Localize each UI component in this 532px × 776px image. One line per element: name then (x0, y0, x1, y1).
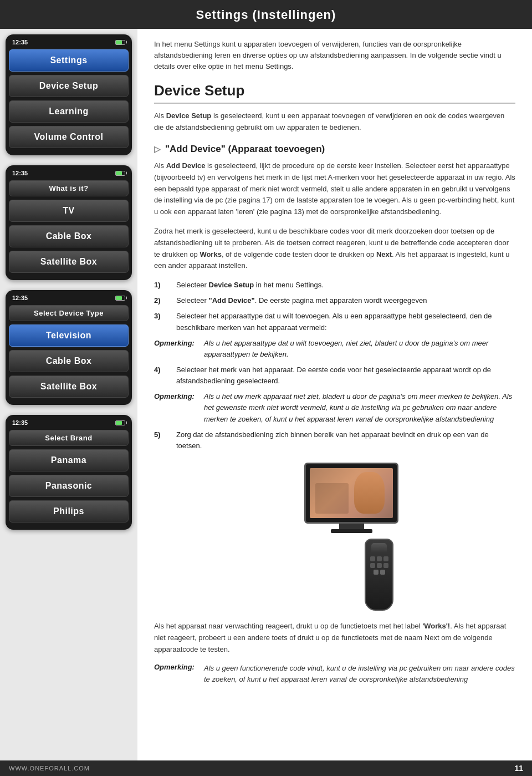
add-device-body1: Als Add Device is geselecteerd, lijkt de… (154, 160, 515, 218)
arrow-icon: ▷ (154, 144, 161, 154)
sidebar-item-device-setup[interactable]: Device Setup (9, 75, 129, 97)
steps-list: 1) Selecteer Device Setup in het menu Se… (154, 280, 515, 452)
step-3: 3) Selecteer het apparaattype dat u wilt… (154, 311, 515, 333)
status-bar-1: 12:35 (9, 39, 129, 48)
sidebar-item-cable-box-2[interactable]: Cable Box (9, 350, 129, 372)
tv-illustration (304, 463, 398, 533)
battery-icon-4 (115, 420, 125, 425)
step-3-num: 3) (154, 311, 171, 333)
page: Settings (Instellingen) 12:35 Settings D… (0, 0, 532, 776)
step-4-num: 4) (154, 364, 171, 387)
sidebar-label-select-device: Select Device Type (9, 305, 129, 321)
sidebar-label-select-brand: Select Brand (9, 430, 129, 446)
step-wor-label: Opmerking: (154, 338, 198, 349)
image-area (187, 463, 515, 611)
step-2: 2) Selecteer "Add Device". De eerste pag… (154, 295, 515, 306)
step-2-text: Selecteer "Add Device". De eerste pagina… (176, 295, 427, 306)
sidebar-item-philips[interactable]: Philips (9, 500, 129, 523)
step-3-note: Opmerking: Als u het apparaattype dat u … (154, 338, 515, 360)
step-5-num: 5) (154, 429, 171, 452)
conclusion-1: Als het apparaat naar verwachting reagee… (154, 621, 515, 655)
remote-illustration (365, 539, 393, 611)
sidebar-item-panasonic[interactable]: Panasonic (9, 475, 129, 497)
add-device-title: ▷ "Add Device" (Apparaat toevoegen) (154, 144, 515, 155)
status-bar-4: 12:35 (9, 419, 129, 428)
device-setup-title: Device Setup (154, 82, 515, 104)
sidebar-item-television[interactable]: Television (9, 324, 129, 347)
battery-icon-2 (115, 171, 125, 176)
time-1: 12:35 (12, 39, 28, 45)
sidebar-item-volume-control[interactable]: Volume Control (9, 126, 129, 148)
device-setup-body: Als Device Setup is geselecteerd, kunt u… (154, 110, 515, 134)
time-3: 12:35 (12, 295, 28, 301)
device-panel-2: 12:35 What is it? TV Cable Box Satellite… (6, 165, 132, 280)
footer-website: WWW.ONEFORALL.COM (9, 765, 90, 772)
final-note-label: Opmerking: (154, 663, 198, 684)
main-content: In het menu Settings kunt u apparaten to… (137, 29, 532, 760)
status-bar-2: 12:35 (9, 170, 129, 179)
battery-icon (115, 40, 125, 45)
step-1-num: 1) (154, 280, 171, 291)
step-4-note: Opmerking: Als u het uw merk apparaat ni… (154, 391, 515, 424)
device-panel-4: 12:35 Select Brand Panama Panasonic Phil… (6, 415, 132, 530)
step-4-text: Selecteer het merk van het apparaat. De … (176, 364, 515, 387)
sidebar: 12:35 Settings Device Setup Learning Vol… (0, 29, 137, 760)
step-2-num: 2) (154, 295, 171, 306)
sidebar-item-panama[interactable]: Panama (9, 449, 129, 471)
page-title: Settings (Instellingen) (0, 0, 532, 29)
step-3-text: Selecteer het apparaattype dat u wilt to… (176, 311, 515, 333)
step-4-note-label: Opmerking: (154, 391, 198, 402)
device-panel-1: 12:35 Settings Device Setup Learning Vol… (6, 34, 132, 155)
step-5-text: Zorg dat de afstandsbediening zich binne… (176, 429, 515, 452)
final-note: Opmerking: Als u geen functionerende cod… (154, 663, 515, 684)
step-4: 4) Selecteer het merk van het apparaat. … (154, 364, 515, 387)
page-number: 11 (514, 764, 523, 773)
final-note-text: Als u geen functionerende code vindt, ku… (204, 663, 515, 684)
sidebar-label-what-is-it: What is it? (9, 180, 129, 196)
step-4-note-text: Als u het uw merk apparaat niet ziet, bl… (204, 391, 515, 424)
step-1: 1) Selecteer Device Setup in het menu Se… (154, 280, 515, 291)
sidebar-item-settings[interactable]: Settings (9, 49, 129, 72)
sidebar-item-tv[interactable]: TV (9, 200, 129, 222)
status-bar-3: 12:35 (9, 295, 129, 303)
time-2: 12:35 (12, 170, 28, 176)
sidebar-item-learning[interactable]: Learning (9, 100, 129, 123)
step-1-text: Selecteer Device Setup in het menu Setti… (176, 280, 324, 291)
add-device-body2: Zodra het merk is geselecteerd, kunt u d… (154, 226, 515, 272)
intro-paragraph: In het menu Settings kunt u apparaten to… (154, 39, 515, 72)
device-panel-3: 12:35 Select Device Type Television Cabl… (6, 290, 132, 405)
sidebar-item-cable-box-1[interactable]: Cable Box (9, 225, 129, 247)
content-area: 12:35 Settings Device Setup Learning Vol… (0, 29, 532, 760)
sidebar-item-satellite-box-2[interactable]: Satellite Box (9, 376, 129, 398)
page-footer: WWW.ONEFORALL.COM 11 (0, 760, 532, 776)
time-4: 12:35 (12, 419, 28, 426)
battery-icon-3 (115, 296, 125, 301)
sidebar-item-satellite-box-1[interactable]: Satellite Box (9, 251, 129, 273)
add-device-title-text: "Add Device" (Apparaat toevoegen) (165, 144, 325, 155)
step-3-note-text: Als u het apparaattype dat u wilt toevoe… (204, 338, 515, 360)
step-5: 5) Zorg dat de afstandsbediening zich bi… (154, 429, 515, 452)
